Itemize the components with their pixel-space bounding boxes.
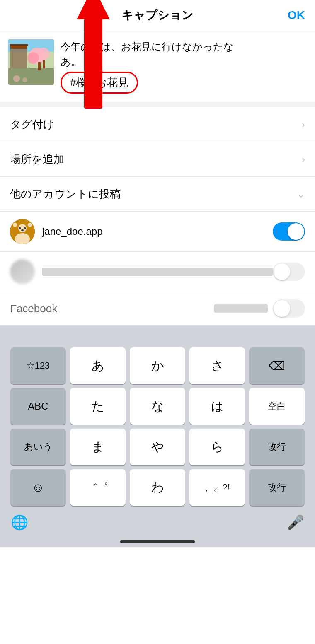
facebook-toggle-knob <box>274 300 290 317</box>
account-row-other[interactable] <box>0 252 315 292</box>
keyboard: ☆123 あ か さ ⌫ ABC た な は 空白 <box>0 342 315 535</box>
globe-key[interactable]: 🌐 <box>11 514 28 531</box>
jane-toggle[interactable] <box>273 222 305 241</box>
svg-point-23 <box>24 227 26 229</box>
jane-avatar <box>10 219 35 244</box>
svg-rect-10 <box>43 60 45 68</box>
key-emoji[interactable]: ☺ <box>10 469 66 506</box>
account-row-jane[interactable]: jane_doe.app <box>0 212 315 252</box>
keyboard-spacer <box>0 325 315 342</box>
facebook-label: Facebook <box>10 302 214 315</box>
other-avatar <box>10 259 35 284</box>
key-symbols[interactable]: ☆123 <box>10 347 66 384</box>
key-sa[interactable]: さ <box>189 347 245 384</box>
key-punctuation[interactable]: 、。?! <box>189 469 245 506</box>
svg-rect-5 <box>10 44 28 46</box>
key-wa[interactable]: わ <box>130 469 185 506</box>
keyboard-row-3: あいう ま や ら 改行 <box>2 429 313 465</box>
svg-point-12 <box>22 77 27 82</box>
key-ma[interactable]: ま <box>70 429 126 465</box>
key-a[interactable]: あ <box>70 347 126 384</box>
other-account-name-blurred <box>42 268 273 276</box>
keyboard-row-2: ABC た な は 空白 <box>2 388 313 425</box>
other-accounts-label: 他のアカウントに投稿 <box>10 187 121 201</box>
jane-toggle-knob <box>288 223 304 240</box>
menu-divider-1 <box>0 102 315 107</box>
key-ka[interactable]: か <box>130 347 185 384</box>
post-thumbnail <box>8 39 54 85</box>
other-toggle-knob <box>274 263 290 280</box>
location-label: 場所を追加 <box>10 152 64 166</box>
home-indicator <box>0 535 315 547</box>
tag-menu-item[interactable]: タグ付け › <box>0 107 315 142</box>
key-ha[interactable]: は <box>189 388 245 425</box>
facebook-row[interactable]: Facebook <box>0 292 315 325</box>
keyboard-row-1: ☆123 あ か さ ⌫ <box>2 347 313 384</box>
svg-point-20 <box>13 223 17 227</box>
location-chevron-icon: › <box>302 154 305 165</box>
ok-button[interactable]: OK <box>288 9 305 22</box>
key-ta[interactable]: た <box>70 388 126 425</box>
key-ya[interactable]: や <box>130 429 185 465</box>
tag-label: タグ付け <box>10 117 54 132</box>
key-delete[interactable]: ⌫ <box>249 347 305 384</box>
other-accounts-chevron-icon: ⌄ <box>297 188 305 200</box>
key-abc[interactable]: ABC <box>10 388 66 425</box>
caption-area: 今年の春は、お花見に行けなかったな あ。 #桜 #お花見 <box>0 31 315 102</box>
svg-point-7 <box>37 48 50 60</box>
caption-text-line1: 今年の春は、お花見に行けなかったな あ。 <box>61 39 307 69</box>
key-ra[interactable]: ら <box>189 429 245 465</box>
location-menu-item[interactable]: 場所を追加 › <box>0 142 315 177</box>
page-title: キャプション <box>121 7 194 23</box>
key-return-1[interactable]: 改行 <box>249 429 305 465</box>
svg-point-24 <box>21 229 24 231</box>
svg-point-11 <box>13 75 20 82</box>
key-aiueo[interactable]: あいう <box>10 429 66 465</box>
svg-rect-3 <box>10 48 27 68</box>
tag-chevron-icon: › <box>302 119 305 130</box>
svg-rect-9 <box>38 62 41 70</box>
header: キャプション OK <box>0 0 315 31</box>
key-space[interactable]: 空白 <box>249 388 305 425</box>
svg-point-21 <box>28 223 32 227</box>
key-return-2[interactable]: 改行 <box>249 469 305 506</box>
svg-point-8 <box>27 52 39 64</box>
jane-account-name: jane_doe.app <box>42 226 273 237</box>
hashtag-bubble: #桜 #お花見 <box>61 72 138 94</box>
other-toggle[interactable] <box>273 263 305 281</box>
svg-point-22 <box>19 227 21 229</box>
caption-text-area[interactable]: 今年の春は、お花見に行けなかったな あ。 #桜 #お花見 <box>61 39 307 94</box>
other-accounts-menu-item[interactable]: 他のアカウントに投稿 ⌄ <box>0 177 315 212</box>
key-dakuten[interactable]: ゛゜ <box>70 469 126 506</box>
keyboard-bottom-row: 🌐 🎤 <box>2 510 313 533</box>
home-bar <box>120 540 195 543</box>
facebook-connect-text <box>214 304 268 313</box>
keyboard-row-4: ☺ ゛゜ わ 、。?! 改行 <box>2 469 313 506</box>
key-na[interactable]: な <box>130 388 185 425</box>
mic-key[interactable]: 🎤 <box>287 514 304 531</box>
facebook-toggle[interactable] <box>273 299 305 318</box>
